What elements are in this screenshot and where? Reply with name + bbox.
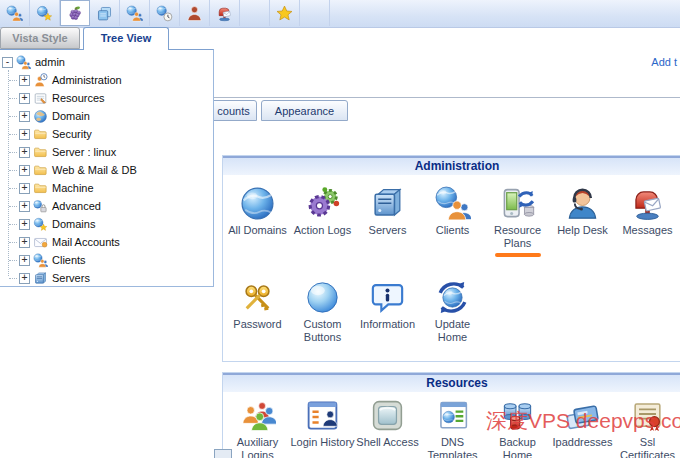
dns-window-icon [434, 397, 471, 434]
item-update-home[interactable]: Update Home [420, 279, 485, 344]
tree-item-server-linux[interactable]: Server : linux [0, 143, 213, 161]
tree-item-domains[interactable]: Domains [0, 215, 213, 233]
item-custom-buttons[interactable]: Custom Buttons [290, 279, 355, 344]
expand-icon[interactable] [19, 255, 30, 266]
item-servers[interactable]: Servers [355, 185, 420, 271]
tree-item-label: Clients [52, 254, 86, 266]
expand-icon[interactable] [19, 75, 30, 86]
expand-icon[interactable] [19, 201, 30, 212]
person-clock-icon [33, 73, 48, 88]
tree-item-label: Server : linux [52, 146, 116, 158]
toolbar-button-4[interactable] [90, 0, 120, 26]
expand-icon[interactable] [19, 147, 30, 158]
tree-item-label: Administration [52, 74, 122, 86]
administration-row-1: All Domains Action Logs Servers Clients … [223, 175, 680, 271]
item-label: Ipaddresses [553, 436, 613, 449]
globe-icon [239, 185, 276, 222]
resources-header: Resources [223, 373, 680, 392]
expand-icon[interactable] [19, 165, 30, 176]
server-icon [33, 271, 48, 286]
toolbar-button-6[interactable] [150, 0, 180, 26]
item-label: Login History [290, 436, 354, 449]
folder-icon [33, 127, 48, 142]
item-shell-access[interactable]: Shell Access [355, 397, 420, 458]
item-label: Password [233, 318, 281, 331]
people-group-icon [239, 397, 276, 434]
expand-icon[interactable] [19, 237, 30, 248]
globe-users-icon [16, 55, 31, 70]
resource-plans-highlight [495, 253, 541, 257]
item-clients[interactable]: Clients [420, 185, 485, 271]
tree-item-web-mail-db[interactable]: Web & Mail & DB [0, 161, 213, 179]
item-label: Messages [622, 224, 672, 237]
toolbar-button-8[interactable] [210, 0, 240, 26]
globe-star-icon [33, 217, 48, 232]
info-bubble-icon [369, 279, 406, 316]
item-label: DNS Templates [420, 436, 485, 458]
expand-icon[interactable] [19, 183, 30, 194]
tree-item-mail-accounts[interactable]: Mail Accounts [0, 233, 213, 251]
item-label: Ssl Certificates [615, 436, 680, 458]
item-messages[interactable]: Messages [615, 185, 680, 271]
item-label: Resource Plans [485, 224, 550, 250]
mailbox-icon [629, 185, 666, 222]
toolbar-button-2[interactable] [30, 0, 60, 26]
globe-lock-icon [33, 199, 48, 214]
tree-item-security[interactable]: Security [0, 125, 213, 143]
expand-icon[interactable] [19, 219, 30, 230]
phone-sync-icon [499, 185, 536, 222]
administration-section: Administration All Domains Action Logs S… [222, 155, 680, 362]
toolbar-button-3[interactable] [60, 0, 90, 26]
tree-item-admin[interactable]: admin [0, 53, 213, 71]
tree-item-servers[interactable]: Servers [0, 269, 213, 287]
tab-appearance[interactable]: Appearance [261, 100, 348, 121]
item-action-logs[interactable]: Action Logs [290, 185, 355, 271]
envelope-icon [33, 235, 48, 250]
toolbar-button-7[interactable] [180, 0, 210, 26]
collapse-icon[interactable] [2, 57, 13, 68]
item-login-history[interactable]: Login History [290, 397, 355, 458]
tree-item-administration[interactable]: Administration [0, 71, 213, 89]
item-dns-templates[interactable]: DNS Templates [420, 397, 485, 458]
toolbar-button-5[interactable] [120, 0, 150, 26]
tab-tree-view[interactable]: Tree View [83, 27, 169, 50]
item-all-domains[interactable]: All Domains [225, 185, 290, 271]
item-label: Custom Buttons [290, 318, 355, 344]
tab-accounts[interactable]: counts [210, 100, 257, 121]
item-resource-plans[interactable]: Resource Plans [485, 185, 550, 271]
item-label: Help Desk [557, 224, 608, 237]
item-label: Servers [369, 224, 407, 237]
item-help-desk[interactable]: Help Desk [550, 185, 615, 271]
headset-person-icon [564, 185, 601, 222]
expand-icon[interactable] [19, 93, 30, 104]
folder-icon [33, 145, 48, 160]
expand-icon[interactable] [19, 111, 30, 122]
top-toolbar [0, 0, 680, 28]
item-information[interactable]: Information [355, 279, 420, 344]
expand-icon[interactable] [19, 273, 30, 284]
toolbar-button-1[interactable] [0, 0, 30, 26]
tree-item-label: admin [35, 56, 65, 68]
tree-item-label: Security [52, 128, 92, 140]
expand-icon[interactable] [19, 129, 30, 140]
globe-users-icon [6, 5, 23, 22]
add-link[interactable]: Add t [651, 56, 677, 68]
favorites-button[interactable] [270, 0, 300, 26]
tree-item-domain[interactable]: Domain [0, 107, 213, 125]
item-password[interactable]: Password [225, 279, 290, 344]
item-label: Backup Home [485, 436, 550, 458]
administration-header: Administration [223, 156, 680, 175]
shell-icon [369, 397, 406, 434]
tree-item-advanced[interactable]: Advanced [0, 197, 213, 215]
watermark-text: 深度VPS deepvps.com [486, 407, 680, 435]
star-icon [276, 5, 293, 22]
toolbar-spacer [240, 0, 270, 26]
tree-item-machine[interactable]: Machine [0, 179, 213, 197]
tree-item-resources[interactable]: Resources [0, 89, 213, 107]
globe-clock-icon [156, 5, 173, 22]
item-auxiliary-logins[interactable]: Auxiliary Logins [225, 397, 290, 458]
item-label: Auxiliary Logins [225, 436, 290, 458]
tree-item-clients[interactable]: Clients [0, 251, 213, 269]
tab-vista-style[interactable]: Vista Style [0, 27, 80, 49]
clipped-corner-widget [214, 449, 232, 458]
